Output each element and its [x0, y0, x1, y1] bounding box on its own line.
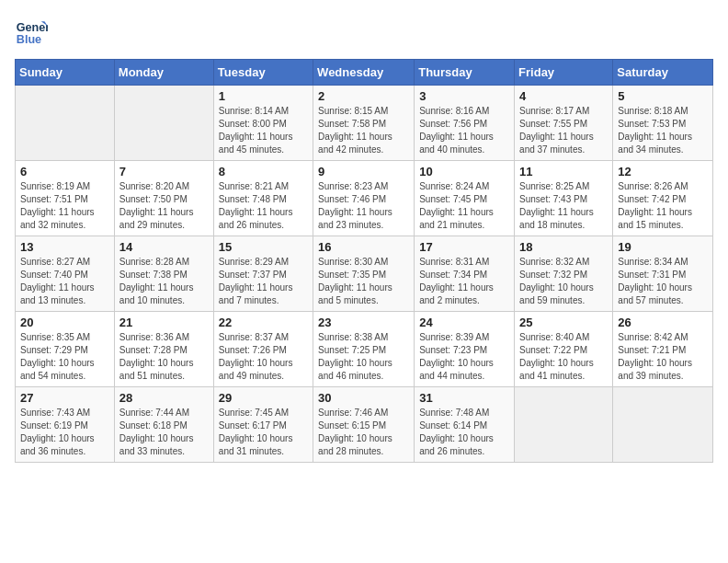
day-number: 2	[318, 89, 409, 103]
calendar-cell: 11Sunrise: 8:25 AM Sunset: 7:43 PM Dayli…	[515, 161, 613, 236]
calendar-cell: 8Sunrise: 8:21 AM Sunset: 7:48 PM Daylig…	[213, 161, 313, 236]
calendar-cell: 18Sunrise: 8:32 AM Sunset: 7:32 PM Dayli…	[515, 236, 613, 312]
day-info: Sunrise: 8:18 AM Sunset: 7:53 PM Dayligh…	[618, 105, 708, 156]
calendar-cell: 20Sunrise: 8:35 AM Sunset: 7:29 PM Dayli…	[16, 312, 115, 387]
calendar-cell: 29Sunrise: 7:45 AM Sunset: 6:17 PM Dayli…	[213, 387, 313, 463]
calendar-cell: 16Sunrise: 8:30 AM Sunset: 7:35 PM Dayli…	[313, 236, 415, 312]
calendar-cell: 9Sunrise: 8:23 AM Sunset: 7:46 PM Daylig…	[313, 161, 415, 236]
calendar-cell: 2Sunrise: 8:15 AM Sunset: 7:58 PM Daylig…	[313, 86, 415, 161]
calendar-cell	[613, 387, 713, 463]
week-row-5: 27Sunrise: 7:43 AM Sunset: 6:19 PM Dayli…	[16, 387, 713, 463]
calendar-cell	[16, 86, 115, 161]
calendar-cell	[114, 86, 213, 161]
weekday-header-sunday: Sunday	[16, 60, 115, 86]
day-number: 4	[519, 89, 608, 103]
calendar-cell	[515, 387, 613, 463]
day-number: 14	[119, 240, 209, 254]
day-info: Sunrise: 8:31 AM Sunset: 7:34 PM Dayligh…	[419, 256, 509, 307]
calendar-cell: 31Sunrise: 7:48 AM Sunset: 6:14 PM Dayli…	[415, 387, 515, 463]
calendar-cell: 6Sunrise: 8:19 AM Sunset: 7:51 PM Daylig…	[16, 161, 115, 236]
day-info: Sunrise: 8:21 AM Sunset: 7:48 PM Dayligh…	[219, 180, 308, 232]
weekday-header-monday: Monday	[114, 60, 213, 86]
svg-text:Blue: Blue	[17, 33, 41, 46]
day-info: Sunrise: 8:24 AM Sunset: 7:45 PM Dayligh…	[419, 180, 509, 232]
day-info: Sunrise: 8:20 AM Sunset: 7:50 PM Dayligh…	[119, 180, 209, 232]
calendar-cell: 3Sunrise: 8:16 AM Sunset: 7:56 PM Daylig…	[415, 86, 515, 161]
weekday-header-saturday: Saturday	[613, 60, 713, 86]
weekday-header-thursday: Thursday	[415, 60, 515, 86]
day-info: Sunrise: 8:36 AM Sunset: 7:28 PM Dayligh…	[119, 331, 209, 383]
weekday-header-friday: Friday	[515, 60, 613, 86]
week-row-4: 20Sunrise: 8:35 AM Sunset: 7:29 PM Dayli…	[16, 312, 713, 387]
day-info: Sunrise: 8:32 AM Sunset: 7:32 PM Dayligh…	[519, 256, 608, 307]
day-number: 31	[419, 391, 509, 405]
day-info: Sunrise: 8:26 AM Sunset: 7:42 PM Dayligh…	[618, 180, 708, 232]
day-info: Sunrise: 8:34 AM Sunset: 7:31 PM Dayligh…	[618, 256, 708, 307]
calendar-cell: 30Sunrise: 7:46 AM Sunset: 6:15 PM Dayli…	[313, 387, 415, 463]
calendar-cell: 13Sunrise: 8:27 AM Sunset: 7:40 PM Dayli…	[16, 236, 115, 312]
calendar-cell: 27Sunrise: 7:43 AM Sunset: 6:19 PM Dayli…	[16, 387, 115, 463]
day-info: Sunrise: 8:17 AM Sunset: 7:55 PM Dayligh…	[519, 105, 608, 156]
day-info: Sunrise: 8:37 AM Sunset: 7:26 PM Dayligh…	[219, 331, 308, 383]
logo: General Blue	[15, 15, 51, 48]
calendar-cell: 4Sunrise: 8:17 AM Sunset: 7:55 PM Daylig…	[515, 86, 613, 161]
day-info: Sunrise: 7:48 AM Sunset: 6:14 PM Dayligh…	[419, 407, 509, 458]
day-number: 22	[219, 316, 308, 329]
day-info: Sunrise: 8:30 AM Sunset: 7:35 PM Dayligh…	[318, 256, 409, 307]
day-info: Sunrise: 8:35 AM Sunset: 7:29 PM Dayligh…	[20, 331, 109, 383]
day-number: 29	[219, 391, 308, 405]
day-number: 24	[419, 316, 509, 329]
day-number: 21	[119, 316, 209, 329]
calendar-cell: 26Sunrise: 8:42 AM Sunset: 7:21 PM Dayli…	[613, 312, 713, 387]
calendar-cell: 28Sunrise: 7:44 AM Sunset: 6:18 PM Dayli…	[114, 387, 213, 463]
day-number: 20	[20, 316, 109, 329]
day-info: Sunrise: 8:38 AM Sunset: 7:25 PM Dayligh…	[318, 331, 409, 383]
calendar-cell: 23Sunrise: 8:38 AM Sunset: 7:25 PM Dayli…	[313, 312, 415, 387]
day-info: Sunrise: 8:25 AM Sunset: 7:43 PM Dayligh…	[519, 180, 608, 232]
day-number: 19	[618, 240, 708, 254]
calendar-cell: 25Sunrise: 8:40 AM Sunset: 7:22 PM Dayli…	[515, 312, 613, 387]
day-info: Sunrise: 8:15 AM Sunset: 7:58 PM Dayligh…	[318, 105, 409, 156]
calendar-cell: 15Sunrise: 8:29 AM Sunset: 7:37 PM Dayli…	[213, 236, 313, 312]
day-info: Sunrise: 8:28 AM Sunset: 7:38 PM Dayligh…	[119, 256, 209, 307]
day-info: Sunrise: 8:14 AM Sunset: 8:00 PM Dayligh…	[219, 105, 308, 156]
header: General Blue	[15, 15, 713, 48]
calendar-cell: 21Sunrise: 8:36 AM Sunset: 7:28 PM Dayli…	[114, 312, 213, 387]
day-info: Sunrise: 7:43 AM Sunset: 6:19 PM Dayligh…	[20, 407, 109, 458]
day-number: 13	[20, 240, 109, 254]
day-number: 17	[419, 240, 509, 254]
calendar-cell: 5Sunrise: 8:18 AM Sunset: 7:53 PM Daylig…	[613, 86, 713, 161]
day-info: Sunrise: 8:27 AM Sunset: 7:40 PM Dayligh…	[20, 256, 109, 307]
day-info: Sunrise: 8:39 AM Sunset: 7:23 PM Dayligh…	[419, 331, 509, 383]
day-info: Sunrise: 7:46 AM Sunset: 6:15 PM Dayligh…	[318, 407, 409, 458]
day-number: 11	[519, 165, 608, 178]
weekday-header-tuesday: Tuesday	[213, 60, 313, 86]
day-number: 30	[318, 391, 409, 405]
calendar-cell: 17Sunrise: 8:31 AM Sunset: 7:34 PM Dayli…	[415, 236, 515, 312]
day-info: Sunrise: 8:16 AM Sunset: 7:56 PM Dayligh…	[419, 105, 509, 156]
day-info: Sunrise: 8:19 AM Sunset: 7:51 PM Dayligh…	[20, 180, 109, 232]
calendar-cell: 7Sunrise: 8:20 AM Sunset: 7:50 PM Daylig…	[114, 161, 213, 236]
day-number: 8	[219, 165, 308, 178]
weekday-header-wednesday: Wednesday	[313, 60, 415, 86]
day-info: Sunrise: 7:44 AM Sunset: 6:18 PM Dayligh…	[119, 407, 209, 458]
day-number: 9	[318, 165, 409, 178]
calendar-cell: 14Sunrise: 8:28 AM Sunset: 7:38 PM Dayli…	[114, 236, 213, 312]
day-number: 1	[219, 89, 308, 103]
calendar-cell: 10Sunrise: 8:24 AM Sunset: 7:45 PM Dayli…	[415, 161, 515, 236]
logo-icon: General Blue	[15, 15, 48, 48]
week-row-1: 1Sunrise: 8:14 AM Sunset: 8:00 PM Daylig…	[16, 86, 713, 161]
day-info: Sunrise: 7:45 AM Sunset: 6:17 PM Dayligh…	[219, 407, 308, 458]
day-number: 12	[618, 165, 708, 178]
day-number: 16	[318, 240, 409, 254]
calendar-cell: 22Sunrise: 8:37 AM Sunset: 7:26 PM Dayli…	[213, 312, 313, 387]
day-number: 23	[318, 316, 409, 329]
day-info: Sunrise: 8:40 AM Sunset: 7:22 PM Dayligh…	[519, 331, 608, 383]
week-row-2: 6Sunrise: 8:19 AM Sunset: 7:51 PM Daylig…	[16, 161, 713, 236]
day-number: 10	[419, 165, 509, 178]
day-number: 5	[618, 89, 708, 103]
calendar-cell: 19Sunrise: 8:34 AM Sunset: 7:31 PM Dayli…	[613, 236, 713, 312]
day-number: 3	[419, 89, 509, 103]
calendar-cell: 24Sunrise: 8:39 AM Sunset: 7:23 PM Dayli…	[415, 312, 515, 387]
week-row-3: 13Sunrise: 8:27 AM Sunset: 7:40 PM Dayli…	[16, 236, 713, 312]
